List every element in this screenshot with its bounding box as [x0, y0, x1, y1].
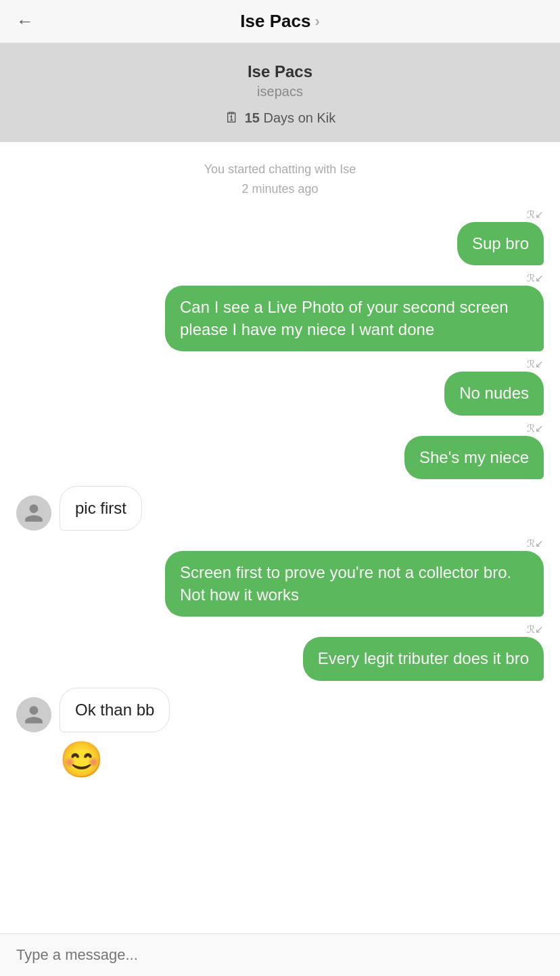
delivery-icon: ℛ↙ [527, 422, 544, 435]
calendar-icon: 🗓 [225, 109, 239, 127]
message-row: pic first [16, 486, 544, 531]
days-count: 15 Days on Kik [245, 110, 336, 126]
input-bar [0, 933, 560, 976]
emoji-message: 😊 [60, 739, 544, 780]
bubble-wrap: ℛ↙ Sup bro [457, 208, 544, 265]
system-message: You started chatting with Ise [16, 162, 544, 177]
message-row: ℛ↙ She's my niece [16, 422, 544, 479]
chat-bubble: pic first [60, 486, 142, 531]
bubble-wrap: ℛ↙ Screen first to prove you're not a co… [165, 537, 544, 617]
bubble-wrap: ℛ↙ Every legit tributer does it bro [303, 623, 544, 680]
avatar [16, 495, 51, 531]
bubble-wrap: ℛ↙ No nudes [444, 358, 544, 415]
delivery-icon: ℛ↙ [527, 537, 544, 550]
days-on-kik: 🗓 15 Days on Kik [225, 109, 336, 127]
bubble-wrap: Ok than bb [60, 688, 170, 732]
bubble-wrap: pic first [60, 486, 142, 531]
user-icon [23, 704, 45, 726]
chat-bubble: Screen first to prove you're not a colle… [165, 551, 544, 617]
message-row: ℛ↙ Every legit tributer does it bro [16, 623, 544, 680]
bubble-wrap: ℛ↙ Can I see a Live Photo of your second… [165, 272, 544, 351]
avatar [16, 697, 51, 732]
user-icon [23, 502, 45, 524]
days-label: Days on Kik [264, 110, 336, 125]
chat-bubble: No nudes [444, 372, 544, 415]
chat-area: You started chatting with Ise 2 minutes … [0, 142, 560, 855]
profile-section: Ise Pacs isepacs 🗓 15 Days on Kik [0, 43, 560, 141]
chevron-right-icon: › [314, 13, 319, 30]
message-row: Ok than bb [16, 688, 544, 732]
chat-bubble: She's my niece [404, 436, 544, 479]
chat-bubble: Can I see a Live Photo of your second sc… [165, 286, 544, 351]
message-input[interactable] [16, 946, 544, 964]
message-row: ℛ↙ Can I see a Live Photo of your second… [16, 272, 544, 351]
delivery-icon: ℛ↙ [527, 272, 544, 284]
delivery-icon: ℛ↙ [527, 358, 544, 370]
back-button[interactable]: ← [16, 11, 34, 32]
profile-name: Ise Pacs [248, 62, 312, 81]
contact-name: Ise Pacs [240, 11, 310, 32]
delivery-icon: ℛ↙ [527, 208, 544, 221]
chat-bubble: Ok than bb [60, 688, 170, 732]
message-row: ℛ↙ No nudes [16, 358, 544, 415]
chat-bubble: Sup bro [457, 222, 544, 265]
header-title[interactable]: Ise Pacs › [240, 11, 319, 32]
chat-header: ← Ise Pacs › [0, 0, 560, 43]
delivery-icon: ℛ↙ [527, 623, 544, 636]
profile-username: isepacs [257, 84, 303, 99]
chat-bubble: Every legit tributer does it bro [303, 637, 544, 680]
message-row: ℛ↙ Screen first to prove you're not a co… [16, 537, 544, 617]
bubble-wrap: ℛ↙ She's my niece [404, 422, 544, 479]
message-row: ℛ↙ Sup bro [16, 208, 544, 265]
time-ago: 2 minutes ago [16, 182, 544, 196]
